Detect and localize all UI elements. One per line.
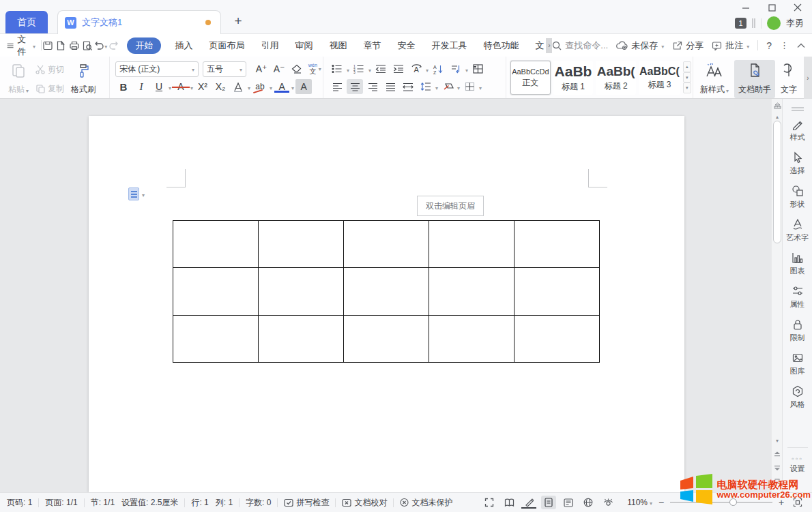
decrease-indent-button[interactable] xyxy=(373,61,389,76)
justify-button[interactable] xyxy=(382,79,398,94)
share-button[interactable]: 分享 xyxy=(672,40,704,52)
page-view-button[interactable] xyxy=(541,496,556,509)
split-view-icon[interactable] xyxy=(752,18,755,28)
web-view-button[interactable] xyxy=(581,496,596,509)
find-command[interactable]: 查找命令... xyxy=(552,40,608,52)
zoom-slider-handle[interactable] xyxy=(729,498,737,506)
doc-assistant-button[interactable]: 文档助手 xyxy=(734,60,775,98)
sort-button[interactable]: AZ xyxy=(430,61,446,76)
increase-font-button[interactable]: A⁺ xyxy=(253,61,270,76)
clear-format-button[interactable] xyxy=(289,61,305,76)
sidebar-item-restrict[interactable]: 限制 xyxy=(790,318,805,343)
distribute-button[interactable] xyxy=(400,79,416,94)
style-heading2[interactable]: AaBb( 标题 2 xyxy=(596,61,636,95)
comment-button[interactable]: 批注 xyxy=(712,40,749,52)
sidebar-item-wordart[interactable]: 艺术字 xyxy=(786,218,809,243)
eye-protect-button[interactable] xyxy=(600,496,615,509)
format-painter-button[interactable]: 格式刷 xyxy=(70,60,97,98)
zoom-slider[interactable] xyxy=(670,502,772,503)
print-button[interactable] xyxy=(68,38,81,53)
vertical-scrollbar[interactable]: ▴ ▾ xyxy=(771,99,782,492)
styles-scroll-up-button[interactable]: ▴ xyxy=(683,61,691,72)
align-center-button[interactable] xyxy=(347,79,363,94)
status-line[interactable]: 行: 1 xyxy=(191,497,208,509)
styles-scroll-down-button[interactable]: ▾ xyxy=(683,72,691,83)
minimize-button[interactable] xyxy=(738,1,753,14)
status-setting-value[interactable]: 设置值: 2.5厘米 xyxy=(121,497,178,509)
table-cell[interactable] xyxy=(514,315,600,362)
document-area[interactable]: 双击编辑页眉 xyxy=(0,99,771,492)
status-section[interactable]: 节: 1/1 xyxy=(91,497,115,509)
align-left-button[interactable] xyxy=(329,79,345,94)
ribbon-tab-security[interactable]: 安全 xyxy=(397,40,415,52)
status-column[interactable]: 列: 1 xyxy=(216,497,233,509)
sidebar-item-theme[interactable]: 风格 xyxy=(790,385,805,410)
file-menu[interactable]: 文件 xyxy=(7,33,35,58)
table-cell[interactable] xyxy=(259,315,344,362)
ribbon-expand-button[interactable] xyxy=(804,57,812,99)
highlight-button[interactable]: ab xyxy=(252,79,268,94)
previous-page-button[interactable] xyxy=(772,449,783,460)
underline-button[interactable]: U xyxy=(151,79,167,94)
align-right-button[interactable] xyxy=(364,79,381,94)
new-tab-button[interactable] xyxy=(231,14,246,29)
ribbon-tab-truncated[interactable]: 文 xyxy=(535,40,544,52)
export-pdf-button[interactable] xyxy=(55,38,68,53)
more-tabs-button[interactable] xyxy=(546,38,552,53)
font-size-select[interactable]: 五号 xyxy=(203,61,246,77)
superscript-button[interactable]: X² xyxy=(194,79,211,94)
ribbon-tab-section[interactable]: 章节 xyxy=(363,40,381,52)
table-cell[interactable] xyxy=(173,268,259,315)
sidebar-item-shapes[interactable]: 形状 xyxy=(790,185,805,209)
status-word-count[interactable]: 字数: 0 xyxy=(246,497,271,509)
table-cell[interactable] xyxy=(429,315,514,362)
strikethrough-button[interactable]: A xyxy=(173,79,189,94)
spell-check-button[interactable]: 拼写检查 xyxy=(284,497,329,509)
doc-protect-button[interactable]: 文档未保护 xyxy=(400,497,452,509)
read-view-button[interactable] xyxy=(502,496,517,509)
status-page[interactable]: 页面: 1/1 xyxy=(45,497,77,509)
cut-button[interactable]: 剪切 xyxy=(35,62,64,77)
sidebar-item-select[interactable]: 选择 xyxy=(790,151,805,176)
doc-proof-button[interactable]: 文档校对 xyxy=(342,497,387,509)
document-tab[interactable]: 文字文稿1 xyxy=(57,10,221,34)
style-normal[interactable]: AaBbCcDd 正文 xyxy=(510,61,551,95)
fit-page-button[interactable] xyxy=(790,496,805,509)
edit-mode-button[interactable] xyxy=(521,496,536,509)
ribbon-tab-dev-tools[interactable]: 开发工具 xyxy=(431,40,467,52)
ruler-toggle-icon[interactable] xyxy=(772,100,783,111)
window-count-badge[interactable]: 1 xyxy=(735,18,746,29)
table-cell[interactable] xyxy=(429,221,514,268)
font-color-button[interactable]: A xyxy=(274,79,290,94)
next-page-button[interactable] xyxy=(772,462,783,473)
sidebar-item-settings[interactable]: 设置 xyxy=(790,455,805,474)
sidebar-drag-handle[interactable] xyxy=(792,107,804,111)
subscript-button[interactable]: X₂ xyxy=(212,79,229,94)
zoom-out-button[interactable] xyxy=(656,498,666,507)
table-cell[interactable] xyxy=(344,221,429,268)
table-cell[interactable] xyxy=(514,268,600,315)
table-cell[interactable] xyxy=(259,268,344,315)
user-avatar[interactable] xyxy=(767,16,781,30)
save-button[interactable] xyxy=(42,38,55,53)
ribbon-tab-view[interactable]: 视图 xyxy=(329,40,347,52)
redo-button[interactable] xyxy=(107,38,120,53)
styles-expand-button[interactable]: ▾ xyxy=(683,82,691,93)
sidebar-item-chart[interactable]: 图表 xyxy=(790,252,805,276)
print-preview-button[interactable] xyxy=(81,38,93,53)
show-paragraph-marks-button[interactable] xyxy=(448,61,464,76)
bullet-list-button[interactable] xyxy=(329,61,345,76)
ribbon-tab-special-features[interactable]: 特色功能 xyxy=(483,40,519,52)
user-name[interactable]: 李勇 xyxy=(786,17,804,29)
tab-setting-button[interactable] xyxy=(469,61,486,76)
shading-button[interactable] xyxy=(439,79,456,94)
scroll-down-button[interactable]: ▾ xyxy=(772,435,783,446)
font-name-select[interactable]: 宋体 (正文) xyxy=(115,61,199,77)
table-cell[interactable] xyxy=(514,221,600,268)
zoom-level[interactable]: 110% xyxy=(627,498,652,507)
sidebar-item-properties[interactable]: 属性 xyxy=(790,285,805,310)
new-style-button[interactable]: 新样式 xyxy=(699,60,730,98)
table-cell[interactable] xyxy=(173,221,259,268)
undo-button[interactable] xyxy=(93,38,107,53)
outline-view-button[interactable] xyxy=(561,496,576,509)
